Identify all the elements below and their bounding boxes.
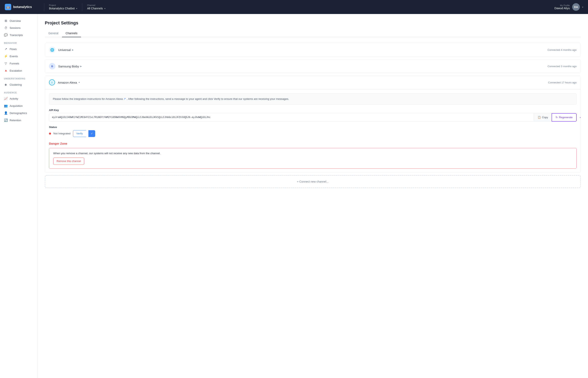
- sidebar-item-label: Acquisition: [10, 104, 23, 108]
- channel-label: Channel: [87, 4, 105, 6]
- copy-icon: 📋: [538, 116, 541, 119]
- retention-icon: 🔄: [4, 118, 8, 122]
- integration-notice-link-icon: ↗: [123, 97, 126, 100]
- channel-row-bixby[interactable]: B Samsung Bixby ▶ Connected 3 months ago: [45, 59, 581, 73]
- sidebar-item-flows[interactable]: ↗ Flows: [0, 45, 37, 53]
- tab-general[interactable]: General: [45, 30, 62, 37]
- status-label: Status: [49, 126, 577, 129]
- remove-channel-button[interactable]: Remove this channel: [53, 158, 84, 165]
- verify-button[interactable]: Verify: [73, 130, 86, 137]
- profile-caret-icon: ▾: [582, 6, 583, 8]
- channel-row-alexa[interactable]: ○ Amazon Alexa ▼ Connected 17 hours ago: [45, 76, 581, 89]
- project-arrow-icon: ▾: [76, 7, 77, 10]
- danger-zone-text: When you remove a channel, our systems w…: [53, 152, 572, 155]
- universal-icon: 🌐: [49, 47, 55, 53]
- sidebar-item-events[interactable]: ⚡ Events: [0, 53, 37, 60]
- verify-check-button[interactable]: ✓: [88, 130, 95, 137]
- sidebar-item-label: Clustering: [10, 83, 22, 86]
- demographics-icon: 👤: [4, 111, 8, 115]
- sidebar: ⊞ Overview ⏱ Sessions 💬 Transcripts BEHA…: [0, 14, 38, 378]
- status-row: Not Integrated Verify ✓: [49, 130, 577, 137]
- channel-status-bixby: Connected 3 months ago: [548, 65, 577, 68]
- channel-dropdown[interactable]: Channel All Channels ▾: [84, 0, 109, 14]
- danger-zone-box: When you remove a channel, our systems w…: [49, 148, 577, 169]
- regenerate-button[interactable]: ↻ Regenerate: [552, 113, 577, 122]
- integration-notice: Please follow the integration instructio…: [49, 94, 577, 105]
- funnels-icon: ▽: [4, 62, 8, 65]
- channel-name-alexa: Amazon Alexa ▼: [58, 81, 80, 84]
- channel-name-universal: Universal ▶: [58, 48, 74, 52]
- status-dot-icon: [49, 133, 51, 135]
- tab-channels[interactable]: Channels: [62, 30, 81, 37]
- escalation-icon: 🔺: [4, 69, 8, 72]
- universal-arrow-icon: ▶: [72, 49, 74, 51]
- sidebar-item-label: Funnels: [10, 62, 19, 65]
- integration-notice-text: Please follow the integration instructio…: [53, 97, 123, 100]
- copy-button[interactable]: 📋 Copy: [534, 113, 552, 122]
- flows-icon: ↗: [4, 47, 8, 51]
- sidebar-item-label: Demographics: [10, 112, 27, 115]
- regenerate-icon: ↻: [556, 116, 558, 119]
- page-title: Project Settings: [45, 20, 581, 26]
- avatar: DA: [572, 3, 580, 11]
- sidebar-item-retention[interactable]: 🔄 Retention: [0, 117, 37, 124]
- not-integrated-text: Not Integrated: [53, 132, 71, 135]
- overview-icon: ⊞: [4, 19, 8, 23]
- project-value: Botanalytics Chatbot ▾: [49, 7, 77, 10]
- project-label: Project: [49, 4, 77, 6]
- channel-left: ○ Amazon Alexa ▼: [49, 79, 80, 85]
- sidebar-item-overview[interactable]: ⊞ Overview: [0, 17, 37, 24]
- sidebar-item-label: Overview: [10, 19, 21, 22]
- api-key-input[interactable]: [49, 113, 534, 122]
- danger-zone-title: Danger Zone: [49, 142, 577, 145]
- project-dropdown[interactable]: Project Botanalytics Chatbot ▾: [46, 0, 80, 14]
- sidebar-item-label: Transcripts: [10, 34, 23, 37]
- sidebar-item-label: Activity: [10, 97, 18, 100]
- sidebar-item-demographics[interactable]: 👤 Demographics: [0, 109, 37, 117]
- sidebar-item-acquisition[interactable]: 👥 Acquisition: [0, 102, 37, 109]
- audience-section-label: AUDIENCE: [0, 88, 37, 95]
- activity-icon: 📈: [4, 97, 8, 100]
- acquisition-icon: 👥: [4, 104, 8, 108]
- annotation-arrow-icon: ←: [579, 115, 581, 120]
- channel-left: 🌐 Universal ▶: [49, 47, 74, 53]
- sidebar-item-label: Flows: [10, 48, 17, 51]
- clustering-icon: ◈: [4, 83, 8, 86]
- api-key-row: 📋 Copy ↻ Regenerate ←: [49, 113, 577, 122]
- channel-value: All Channels ▾: [87, 7, 105, 10]
- channel-name-bixby: Samsung Bixby ▶: [58, 65, 82, 68]
- integration-notice-suffix: . After following the instructions, send…: [127, 97, 289, 100]
- sidebar-item-escalation[interactable]: 🔺 Escalation: [0, 67, 37, 74]
- connect-new-channel-button[interactable]: + Connect new channel...: [45, 175, 581, 188]
- brand-name: botanalytics: [13, 5, 32, 9]
- sidebar-item-funnels[interactable]: ▽ Funnels: [0, 60, 37, 67]
- topnav: 🤖 botanalytics Project Botanalytics Chat…: [0, 0, 588, 14]
- understanding-section-label: UNDERSTANDING: [0, 74, 37, 81]
- channel-status-universal: Connected 4 months ago: [548, 48, 577, 51]
- bixby-icon: B: [49, 63, 55, 69]
- transcripts-icon: 💬: [4, 33, 8, 37]
- sidebar-item-label: Events: [10, 55, 18, 58]
- profile-label: My Profile: [554, 4, 570, 7]
- api-key-label: API Key: [49, 108, 577, 112]
- channel-arrow-icon: ▾: [104, 7, 105, 10]
- channel-row-universal[interactable]: 🌐 Universal ▶ Connected 4 months ago: [45, 43, 581, 57]
- behavior-section-label: BEHAVIOR: [0, 39, 37, 45]
- sidebar-item-transcripts[interactable]: 💬 Transcripts: [0, 31, 37, 39]
- profile-area[interactable]: My Profile Dawud Aliyu DA ▾: [554, 3, 583, 11]
- alexa-arrow-icon: ▼: [78, 81, 80, 84]
- alexa-channel-detail: Please follow the integration instructio…: [45, 89, 581, 173]
- alexa-icon: ○: [49, 79, 55, 85]
- sidebar-item-sessions[interactable]: ⏱ Sessions: [0, 24, 37, 31]
- sidebar-item-clustering[interactable]: ◈ Clustering: [0, 81, 37, 88]
- sessions-icon: ⏱: [4, 26, 8, 30]
- brand-icon: 🤖: [5, 4, 11, 10]
- sidebar-item-activity[interactable]: 📈 Activity: [0, 95, 37, 102]
- channel-status-alexa: Connected 17 hours ago: [548, 81, 577, 84]
- sidebar-item-label: Sessions: [10, 27, 21, 29]
- profile-name: Dawud Aliyu: [554, 7, 570, 10]
- sidebar-item-label: Escalation: [10, 69, 22, 72]
- channel-expanded-alexa: ○ Amazon Alexa ▼ Connected 17 hours ago …: [45, 76, 581, 173]
- bixby-arrow-icon: ▶: [80, 65, 82, 68]
- settings-tabs: General Channels: [45, 30, 581, 37]
